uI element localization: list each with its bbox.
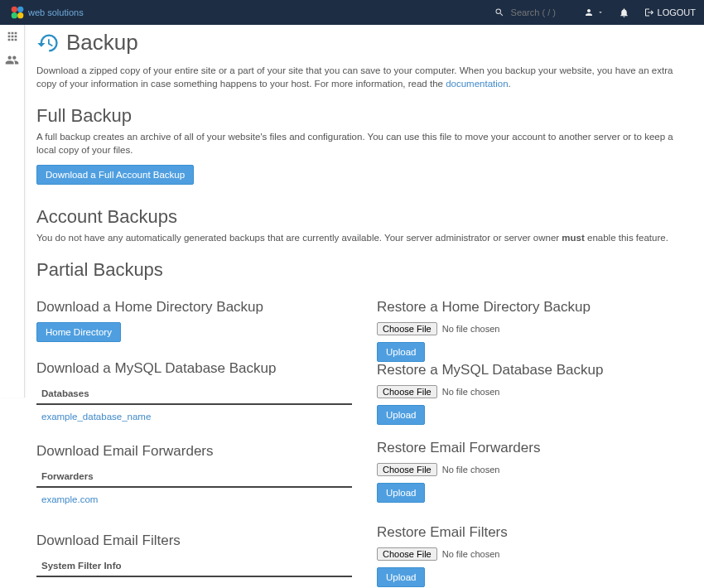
rs-mysql-heading: Restore a MySQL Database Backup	[377, 362, 692, 378]
svg-point-3	[17, 12, 23, 18]
users-icon	[5, 53, 19, 67]
user-menu[interactable]	[584, 7, 604, 17]
page-title-text: Backup	[66, 30, 138, 55]
search-input[interactable]	[511, 7, 569, 17]
notifications-button[interactable]	[619, 7, 629, 18]
user-icon	[584, 7, 594, 17]
restore-column: Restore a Home Directory Backup Choose F…	[377, 287, 692, 587]
search-icon	[494, 7, 504, 17]
full-backup-heading: Full Backup	[36, 105, 692, 127]
svg-point-1	[17, 7, 23, 12]
rail-users-button[interactable]	[5, 53, 19, 67]
main-content: Backup Download a zipped copy of your en…	[25, 25, 704, 588]
database-row: example_database_name	[36, 405, 352, 428]
logout-label: LOGOUT	[658, 7, 696, 17]
logo-text: web solutions	[28, 7, 84, 17]
logo-icon	[8, 3, 27, 22]
brand-logo[interactable]: web solutions	[8, 0, 84, 25]
chevron-down-icon	[597, 9, 604, 16]
rs-fwd-heading: Restore Email Forwarders	[377, 440, 692, 456]
rs-mysql-choose-file[interactable]: Choose File	[377, 385, 437, 398]
download-full-backup-button[interactable]: Download a Full Account Backup	[36, 165, 194, 185]
svg-point-2	[12, 12, 17, 18]
forwarders-th: Forwarders	[36, 466, 352, 488]
account-backups-heading: Account Backups	[36, 206, 692, 228]
rs-home-nofile: No file chosen	[442, 324, 500, 334]
dl-fwd-heading: Download Email Forwarders	[36, 443, 352, 460]
rs-fwd-nofile: No file chosen	[442, 465, 500, 475]
intro-text: Download a zipped copy of your entire si…	[36, 64, 692, 90]
filters-th: System Filter Info	[36, 556, 352, 577]
partial-backups-heading: Partial Backups	[36, 259, 692, 281]
forwarder-link[interactable]: example.com	[41, 494, 98, 504]
database-link[interactable]: example_database_name	[41, 412, 151, 422]
rs-flt-upload-button[interactable]: Upload	[377, 567, 425, 587]
search-box[interactable]	[494, 7, 569, 17]
rs-flt-heading: Restore Email Filters	[377, 524, 692, 541]
topbar: web solutions LOGOUT	[0, 0, 704, 25]
grid-icon	[6, 30, 19, 43]
rs-mysql-upload-button[interactable]: Upload	[377, 405, 425, 425]
forwarder-row: example.com	[36, 488, 352, 511]
dl-mysql-heading: Download a MySQL Database Backup	[36, 360, 352, 377]
svg-point-0	[12, 7, 17, 12]
databases-th: Databases	[36, 383, 352, 405]
full-backup-desc: A full backup creates an archive of all …	[36, 130, 692, 157]
documentation-link[interactable]: documentation	[446, 79, 508, 89]
rs-flt-nofile: No file chosen	[442, 549, 500, 559]
download-column: Download a Home Directory Backup Home Di…	[36, 287, 352, 587]
side-rail	[0, 25, 25, 398]
backup-icon	[36, 31, 60, 55]
dl-filters-heading: Download Email Filters	[36, 533, 352, 549]
rs-fwd-upload-button[interactable]: Upload	[377, 483, 425, 503]
rs-mysql-nofile: No file chosen	[442, 387, 500, 397]
rs-home-upload-button[interactable]: Upload	[377, 342, 425, 362]
dl-home-heading: Download a Home Directory Backup	[36, 299, 352, 316]
logout-icon	[644, 7, 654, 17]
rs-flt-choose-file[interactable]: Choose File	[377, 547, 437, 561]
rs-home-choose-file[interactable]: Choose File	[377, 322, 437, 335]
rail-apps-button[interactable]	[6, 30, 19, 43]
rs-fwd-choose-file[interactable]: Choose File	[377, 463, 437, 476]
dl-home-button[interactable]: Home Directory	[36, 322, 121, 342]
bell-icon	[619, 7, 629, 18]
rs-home-heading: Restore a Home Directory Backup	[377, 299, 692, 316]
account-backups-desc: You do not have any automatically genera…	[36, 231, 692, 244]
page-title: Backup	[36, 30, 692, 55]
logout-button[interactable]: LOGOUT	[644, 7, 696, 17]
